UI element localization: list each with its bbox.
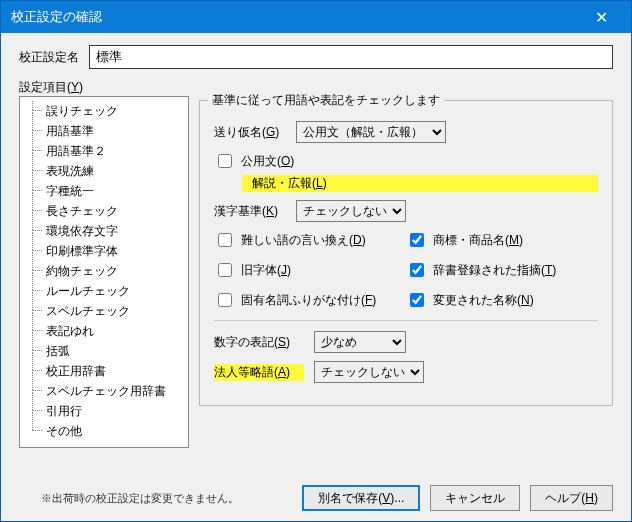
tree-item[interactable]: 引用行 <box>26 401 186 421</box>
tree-item[interactable]: 用語基準 <box>26 121 186 141</box>
kanji-select[interactable]: チェックしない <box>296 200 406 222</box>
okurigana-select[interactable]: 公用文（解説・広報） <box>296 121 446 143</box>
setting-name-row: 校正設定名 <box>19 45 613 69</box>
tree-item[interactable]: スペルチェック用辞書 <box>26 381 186 401</box>
kaisetsu-label: 解説・広報(L) <box>252 175 327 192</box>
criteria-group: 基準に従って用語や表記をチェックします 送り仮名(G) 公用文（解説・広報） 公… <box>199 100 613 406</box>
henkou-checkbox[interactable]: 変更された名称(N) <box>406 290 598 310</box>
tree-item[interactable]: 環境依存文字 <box>26 221 186 241</box>
kanji-row: 漢字基準(K) チェックしない <box>214 200 598 222</box>
suuji-select[interactable]: 少なめ <box>314 331 406 353</box>
kaisetsu-checkbox[interactable]: 解説・広報(L) <box>242 175 598 192</box>
window-title: 校正設定の確認 <box>11 8 102 26</box>
right-panel: 基準に従って用語や表記をチェックします 送り仮名(G) 公用文（解説・広報） 公… <box>199 96 613 448</box>
tree-item[interactable]: スペルチェック <box>26 301 186 321</box>
tree-item[interactable]: 表現洗練 <box>26 161 186 181</box>
close-button[interactable]: ✕ <box>581 1 621 33</box>
tree-panel: 誤りチェック用語基準用語基準２表現洗練字種統一長さチェック環境依存文字印刷標準字… <box>19 96 189 448</box>
tree-item[interactable]: その他 <box>26 421 186 441</box>
koyobun-checkbox-input[interactable] <box>218 154 232 168</box>
koyobun-label: 公用文(O) <box>241 153 294 170</box>
tree-item[interactable]: 括弧 <box>26 341 186 361</box>
tree-item[interactable]: 印刷標準字体 <box>26 241 186 261</box>
titlebar: 校正設定の確認 ✕ <box>1 1 631 33</box>
houjin-label: 法人等略語(A) <box>214 364 304 381</box>
help-button[interactable]: ヘルプ(H) <box>530 485 613 511</box>
houjin-row: 法人等略語(A) チェックしない <box>214 361 598 383</box>
koyobun-checkbox[interactable]: 公用文(O) <box>214 151 598 171</box>
tree-item[interactable]: ルールチェック <box>26 281 186 301</box>
tree-item[interactable]: 校正用辞書 <box>26 361 186 381</box>
setting-name-label: 校正設定名 <box>19 49 79 66</box>
tree-item[interactable]: 表記ゆれ <box>26 321 186 341</box>
suuji-label: 数字の表記(S) <box>214 334 304 351</box>
houjin-select[interactable]: チェックしない <box>314 361 424 383</box>
cancel-button[interactable]: キャンセル <box>430 485 520 511</box>
group-title: 基準に従って用語や表記をチェックします <box>208 92 444 109</box>
shohyo-checkbox[interactable]: 商標・商品名(M) <box>406 230 598 250</box>
tree-item[interactable]: 約物チェック <box>26 261 186 281</box>
tree-item[interactable]: 用語基準２ <box>26 141 186 161</box>
koyumeishi-checkbox[interactable]: 固有名詞ふりがな付け(F) <box>214 290 406 310</box>
save-as-button[interactable]: 別名で保存(V)... <box>302 485 420 511</box>
settings-tree[interactable]: 誤りチェック用語基準用語基準２表現洗練字種統一長さチェック環境依存文字印刷標準字… <box>19 96 189 448</box>
divider <box>214 320 598 321</box>
dialog-window: 校正設定の確認 ✕ 校正設定名 設定項目(Y) 誤りチェック用語基準用語基準２表… <box>0 0 632 522</box>
tree-item[interactable]: 字種統一 <box>26 181 186 201</box>
muzukashii-checkbox[interactable]: 難しい語の言い換え(D) <box>214 230 406 250</box>
koyobun-block: 公用文(O) 解説・広報(L) <box>214 151 598 192</box>
checkbox-grid: 難しい語の言い換え(D) 商標・商品名(M) 旧字体(J) 辞書登録された指摘(… <box>214 230 598 310</box>
setting-name-input[interactable] <box>89 45 613 69</box>
footer-note: ※出荷時の校正設定は変更できません。 <box>41 491 239 506</box>
jisho-checkbox[interactable]: 辞書登録された指摘(T) <box>406 260 598 280</box>
suuji-row: 数字の表記(S) 少なめ <box>214 331 598 353</box>
content-area: 校正設定名 設定項目(Y) 誤りチェック用語基準用語基準２表現洗練字種統一長さチ… <box>1 33 631 460</box>
tree-item[interactable]: 誤りチェック <box>26 101 186 121</box>
koyobun-sub: 解説・広報(L) <box>242 175 598 192</box>
kyujitai-checkbox[interactable]: 旧字体(J) <box>214 260 406 280</box>
columns: 誤りチェック用語基準用語基準２表現洗練字種統一長さチェック環境依存文字印刷標準字… <box>19 96 613 448</box>
okurigana-row: 送り仮名(G) 公用文（解説・広報） <box>214 121 598 143</box>
kanji-label: 漢字基準(K) <box>214 203 286 220</box>
okurigana-label: 送り仮名(G) <box>214 124 286 141</box>
tree-item[interactable]: 長さチェック <box>26 201 186 221</box>
footer: ※出荷時の校正設定は変更できません。 別名で保存(V)... キャンセル ヘルプ… <box>1 475 631 521</box>
